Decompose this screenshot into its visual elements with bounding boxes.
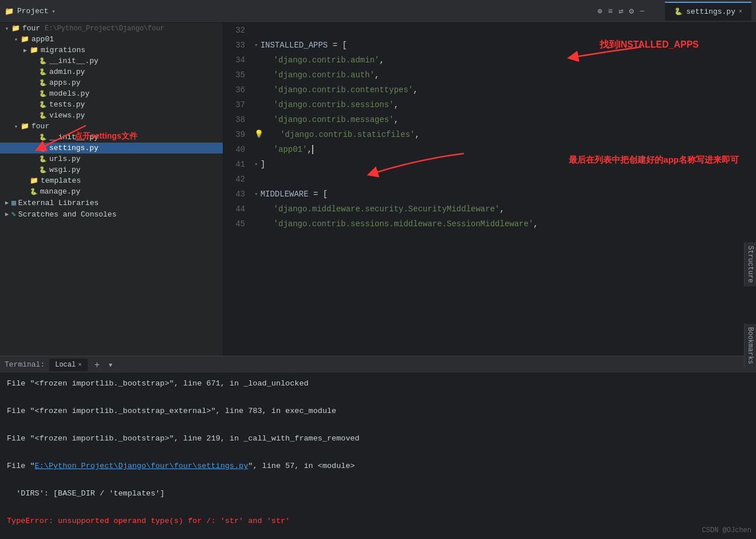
py-file-icon: 🐍 [39, 166, 47, 174]
py-file-icon: 🐍 [39, 79, 47, 86]
sidebar-item-scratches[interactable]: ▶ ✎ Scratches and Consoles [0, 208, 223, 220]
sidebar-item-manage[interactable]: 🐍 manage.py [0, 186, 223, 197]
structure-icon[interactable]: ≡ [608, 7, 612, 16]
terminal-file-link[interactable]: E:\Python_Project\Django\four\four\setti… [35, 462, 249, 470]
tab-bar: 🐍 settings.py × [665, 2, 751, 21]
bookmarks-tab[interactable]: Bookmarks [744, 324, 756, 368]
dropdown-icon[interactable]: ▾ [52, 8, 56, 15]
line-num-44: 44 [228, 202, 245, 217]
external-libs-label: External Libraries [18, 199, 99, 207]
settings-tab[interactable]: 🐍 settings.py × [665, 2, 751, 21]
code-line-36: 'django.contrib.contenttypes' , [254, 82, 756, 97]
terminal-line-4: File "E:\Python_Project\Django\four\four… [7, 459, 749, 473]
sidebar-item-four-pkg[interactable]: ▾ 📁 four [0, 121, 223, 132]
sidebar-item-app01[interactable]: ▾ 📁 app01 [0, 34, 223, 45]
sidebar-item-init-four[interactable]: 🐍 __init__.py [0, 132, 223, 143]
sidebar-item-migrations[interactable]: ▶ 📁 migrations [0, 45, 223, 56]
sidebar-item-models[interactable]: 🐍 models.py [0, 88, 223, 99]
line-num-37: 37 [228, 97, 245, 112]
sidebar-item-tests[interactable]: 🐍 tests.py [0, 99, 223, 110]
python-file-icon: 🐍 [674, 7, 683, 16]
terminal-line-empty-6 [7, 528, 749, 539]
app01-folder-icon: 📁 [21, 35, 29, 44]
settings-label: settings.py [49, 144, 99, 152]
code-line-43: ▾ MIDDLEWARE = [ [254, 187, 756, 202]
terminal-tab-name: Local [55, 361, 76, 369]
code-line-41: ▾ ] [254, 157, 756, 172]
settings-icon[interactable]: ⚙ [629, 6, 633, 16]
sidebar-item-external-libs[interactable]: ▶ ▦ External Libraries [0, 197, 223, 208]
py-file-icon: 🐍 [39, 101, 47, 108]
terminal-tab-close[interactable]: × [78, 361, 82, 368]
init-app01-label: __init__.py [49, 57, 99, 65]
line-num-45: 45 [228, 217, 245, 231]
templates-folder-icon: 📁 [30, 176, 38, 185]
code-installed-apps: INSTALLED_APPS [261, 38, 328, 53]
structure-tab[interactable]: Structure [744, 242, 756, 286]
code-line-40: 'app01' , [254, 142, 756, 157]
py-file-icon: 🐍 [39, 68, 47, 76]
scratches-icon: ✎ [11, 210, 16, 219]
admin-label: admin.py [49, 68, 85, 76]
manage-label: manage.py [40, 187, 80, 196]
py-file-icon: 🐍 [39, 112, 47, 119]
sidebar-item-project-root[interactable]: ▾ 📁 four E:\Python_Project\Django\four [0, 23, 223, 34]
line-num-43: 43 [228, 187, 245, 202]
sidebar-item-settings[interactable]: 🐍 settings.py [0, 143, 223, 154]
wsgi-label: wsgi.py [49, 166, 81, 174]
sidebar-item-apps[interactable]: 🐍 apps.py [0, 77, 223, 88]
tests-label: tests.py [49, 100, 85, 109]
sidebar-item-views[interactable]: 🐍 views.py [0, 110, 223, 121]
line-num-40: 40 [228, 142, 245, 157]
app01-label: app01 [32, 35, 54, 44]
sidebar-item-templates[interactable]: 📁 templates [0, 175, 223, 186]
py-file-icon: 🐍 [39, 144, 47, 152]
terminal-line-empty-5 [7, 501, 749, 514]
terminal-local-tab[interactable]: Local × [49, 359, 88, 371]
py-file-icon: 🐍 [39, 155, 47, 163]
toolbar-icons: ⊕ ≡ ⇄ ⚙ − [597, 6, 644, 16]
terminal-line-empty-4 [7, 473, 749, 487]
fold-btn-41[interactable]: ▾ [254, 157, 258, 172]
code-line-32 [254, 23, 756, 38]
tab-close-button[interactable]: × [739, 9, 742, 15]
terminal-area: Terminal: Local × + ▾ File "<frozen impo… [0, 356, 756, 539]
terminal-expand-button[interactable]: ▾ [107, 361, 115, 369]
sidebar-item-wsgi[interactable]: 🐍 wsgi.py [0, 164, 223, 175]
file-tree-sidebar: ▾ 📁 four E:\Python_Project\Django\four ▾… [0, 23, 223, 356]
code-lines[interactable]: ▾ INSTALLED_APPS = [ 'django.contrib.adm… [252, 23, 756, 356]
project-label: Project [17, 7, 49, 15]
py-file-icon: 🐍 [39, 57, 47, 65]
layout-icon[interactable]: ⊕ [597, 6, 602, 16]
sidebar-item-urls[interactable]: 🐍 urls.py [0, 154, 223, 164]
project-folder-icon: 📁 [5, 7, 14, 16]
tab-label: settings.py [686, 7, 735, 16]
minimize-icon[interactable]: − [640, 7, 644, 16]
fold-btn-33[interactable]: ▾ [254, 38, 258, 53]
terminal-add-button[interactable]: + [92, 360, 102, 370]
templates-label: templates [41, 176, 81, 185]
py-file-icon: 🐍 [39, 90, 47, 97]
line-num-32: 32 [228, 23, 245, 38]
apps-label: apps.py [49, 78, 81, 87]
terminal-line-empty-3 [7, 446, 749, 459]
code-line-35: 'django.contrib.auth' , [254, 68, 756, 82]
code-editor: 32 33 34 35 36 37 38 39 40 41 42 43 44 4… [223, 23, 756, 356]
terminal-line-empty-1 [7, 391, 749, 404]
text-cursor [312, 145, 313, 154]
sidebar-item-admin[interactable]: 🐍 admin.py [0, 66, 223, 77]
expand-arrow-migrations: ▶ [21, 47, 30, 54]
split-icon[interactable]: ⇄ [619, 6, 623, 16]
scratches-label: Scratches and Consoles [18, 210, 117, 219]
code-middleware: MIDDLEWARE [261, 187, 309, 202]
fold-btn-43[interactable]: ▾ [254, 187, 258, 202]
expand-arrow-ext: ▶ [2, 199, 11, 206]
folder-icon: 📁 [11, 24, 20, 33]
expand-arrow: ▾ [2, 25, 11, 32]
line-num-36: 36 [228, 82, 245, 97]
code-line-34: 'django.contrib.admin' , [254, 53, 756, 68]
terminal-line-error: TypeError: unsupported operand type(s) f… [7, 514, 749, 528]
terminal-line-1: File "<frozen importlib._bootstrap>", li… [7, 377, 749, 391]
sidebar-item-init-app01[interactable]: 🐍 __init__.py [0, 56, 223, 66]
project-root-label: four E:\Python_Project\Django\four [22, 24, 164, 33]
